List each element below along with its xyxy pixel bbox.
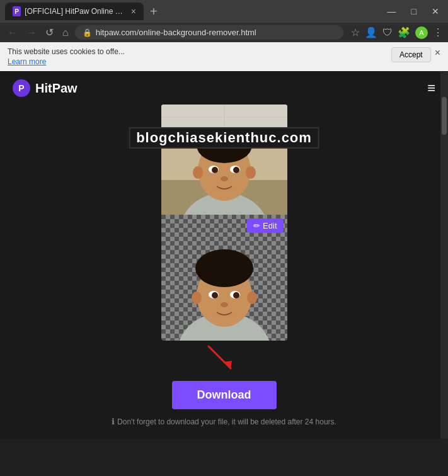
- svg-point-14: [212, 167, 218, 173]
- svg-marker-30: [223, 361, 232, 368]
- address-field[interactable]: 🔒 hitpaw.com/online-background-remover.h…: [75, 25, 343, 40]
- titlebar: P [OFFICIAL] HitPaw Online Backgr... × +…: [0, 0, 448, 23]
- svg-point-28: [221, 302, 228, 307]
- browser-chrome: P [OFFICIAL] HitPaw Online Backgr... × +…: [0, 0, 448, 72]
- download-button[interactable]: Download: [172, 381, 277, 409]
- more-options-icon[interactable]: ⋮: [433, 26, 443, 38]
- shield-icon[interactable]: 🛡: [382, 27, 393, 38]
- cookie-learn-more[interactable]: Learn more: [8, 57, 384, 66]
- close-button[interactable]: ✕: [428, 5, 443, 18]
- forward-button[interactable]: →: [24, 26, 39, 40]
- image-bottom-wrapper: ✏ Edit: [161, 215, 287, 341]
- scrollbar-track[interactable]: [440, 72, 448, 439]
- address-bar-row: ← → ↺ ⌂ 🔒 hitpaw.com/online-background-r…: [0, 23, 448, 42]
- svg-point-27: [233, 292, 239, 298]
- active-tab[interactable]: P [OFFICIAL] HitPaw Online Backgr... ×: [5, 3, 144, 20]
- svg-point-23: [247, 292, 257, 304]
- notice-message: Don't forget to download your file, it w…: [117, 417, 336, 426]
- edit-button[interactable]: ✏ Edit: [247, 218, 283, 233]
- extensions-icon[interactable]: 🧩: [398, 26, 410, 38]
- tab-title: [OFFICIAL] HitPaw Online Backgr...: [25, 7, 124, 16]
- svg-point-15: [233, 167, 239, 173]
- svg-point-10: [193, 166, 203, 179]
- notice-icon: ℹ: [112, 417, 115, 426]
- lock-icon: 🔒: [83, 28, 92, 37]
- maximize-button[interactable]: □: [408, 5, 420, 18]
- avatar-icon[interactable]: A: [415, 26, 428, 39]
- cookie-accept-button[interactable]: Accept: [391, 47, 431, 62]
- tab-close-btn[interactable]: ×: [131, 6, 136, 16]
- minimize-button[interactable]: —: [384, 5, 400, 18]
- processed-image: [161, 215, 287, 341]
- bookmark-icon[interactable]: ☆: [351, 26, 360, 38]
- svg-point-22: [192, 292, 202, 304]
- cookie-close-button[interactable]: ×: [435, 47, 440, 59]
- url-text: hitpaw.com/online-background-remover.htm…: [96, 28, 256, 37]
- refresh-button[interactable]: ↺: [43, 25, 56, 40]
- arrow-svg: [199, 343, 250, 375]
- hamburger-menu-button[interactable]: ≡: [427, 80, 435, 96]
- notice-text: ℹ Don't forget to download your file, it…: [112, 417, 336, 426]
- tab-favicon: P: [13, 6, 21, 16]
- cutout-image-svg: [161, 215, 287, 341]
- window-controls: — □ ✕: [384, 5, 443, 18]
- new-tab-button[interactable]: +: [146, 3, 161, 20]
- hitpaw-logo: P HitPaw: [13, 79, 78, 97]
- content-area: ✏ Edit: [0, 105, 448, 439]
- svg-point-16: [221, 176, 228, 181]
- browser-icons-right: ☆ 👤 🛡 🧩 A ⋮: [351, 26, 443, 39]
- home-button[interactable]: ⌂: [60, 26, 71, 40]
- cookie-banner: This website uses cookies to offe... Lea…: [0, 42, 448, 71]
- logo-text: HitPaw: [35, 81, 78, 96]
- original-image: [161, 105, 287, 215]
- scrollbar-thumb[interactable]: [442, 97, 447, 135]
- logo-icon: P: [13, 79, 30, 97]
- svg-point-26: [212, 292, 218, 298]
- watermark: blogchiasekienthuc.com: [129, 127, 319, 149]
- cookie-text-area: This website uses cookies to offe... Lea…: [8, 47, 384, 66]
- arrow-container: [161, 343, 287, 375]
- cookie-text: This website uses cookies to offe...: [8, 47, 384, 56]
- original-image-svg: [161, 105, 287, 215]
- profile-icon[interactable]: 👤: [365, 26, 377, 38]
- svg-point-21: [199, 256, 250, 286]
- back-button[interactable]: ←: [5, 26, 20, 40]
- hitpaw-header: P HitPaw ≡: [0, 72, 448, 105]
- svg-point-11: [246, 166, 256, 179]
